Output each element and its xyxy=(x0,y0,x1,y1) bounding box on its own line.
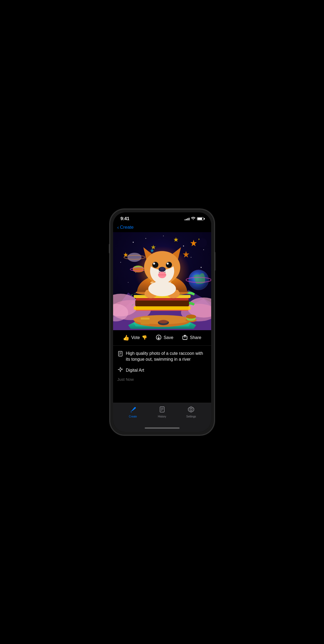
svg-point-73 xyxy=(159,320,168,323)
tab-settings[interactable]: Settings xyxy=(177,406,206,418)
home-indicator-bar xyxy=(145,427,180,429)
svg-point-8 xyxy=(163,235,164,236)
status-time: 9:41 xyxy=(121,216,129,221)
vote-label: Vote xyxy=(131,335,140,340)
wifi-icon xyxy=(191,217,195,221)
svg-point-11 xyxy=(120,262,121,263)
tab-bar: Create History xyxy=(113,403,211,423)
svg-point-52 xyxy=(166,262,172,268)
svg-point-15 xyxy=(191,257,191,258)
save-icon xyxy=(156,334,162,341)
status-icons xyxy=(185,217,204,221)
svg-point-9 xyxy=(183,245,184,246)
thumbs-up-icon: 👍 xyxy=(123,335,129,340)
share-button[interactable]: Share xyxy=(182,334,201,341)
svg-point-6 xyxy=(133,242,134,243)
svg-rect-82 xyxy=(131,412,132,412)
sparkle-icon xyxy=(117,367,123,374)
svg-point-56 xyxy=(160,267,164,270)
create-tab-icon xyxy=(129,406,137,414)
prompt-row: High quality photo of a cute raccoon wit… xyxy=(117,351,207,363)
svg-point-18 xyxy=(198,238,207,247)
history-tab-icon xyxy=(158,406,166,414)
svg-point-87 xyxy=(190,408,192,410)
history-tab-label: History xyxy=(158,415,166,418)
thumbs-down-icon: 👎 xyxy=(142,336,147,340)
svg-point-12 xyxy=(200,267,202,268)
svg-point-53 xyxy=(153,262,155,265)
home-indicator xyxy=(113,423,211,432)
action-bar: 👍 Vote 👎 Save xyxy=(113,330,211,346)
vote-button[interactable]: 👍 Vote 👎 xyxy=(123,335,147,340)
svg-point-17 xyxy=(128,282,128,283)
prompt-text: High quality photo of a cute raccoon wit… xyxy=(126,351,207,363)
phone-frame: 9:41 xyxy=(110,209,214,435)
style-text: Digital Art xyxy=(126,368,144,373)
svg-point-66 xyxy=(148,281,176,296)
ai-generated-image xyxy=(113,232,211,330)
signal-icon xyxy=(185,217,189,220)
create-tab-label: Create xyxy=(129,415,137,418)
svg-rect-38 xyxy=(135,300,189,306)
battery-icon xyxy=(197,217,204,220)
back-button[interactable]: ‹ Create xyxy=(117,225,207,230)
back-button-label: Create xyxy=(120,225,134,230)
settings-tab-icon xyxy=(187,406,195,414)
svg-rect-37 xyxy=(133,306,190,310)
tab-create[interactable]: Create xyxy=(118,406,148,418)
share-label: Share xyxy=(190,335,201,340)
save-label: Save xyxy=(163,335,173,340)
svg-point-10 xyxy=(203,249,204,250)
back-chevron-icon: ‹ xyxy=(117,225,119,230)
svg-rect-68 xyxy=(141,318,150,320)
document-icon xyxy=(117,351,123,358)
svg-point-71 xyxy=(186,314,196,318)
share-icon xyxy=(182,334,188,341)
svg-point-51 xyxy=(152,262,158,268)
save-button[interactable]: Save xyxy=(156,334,173,341)
timestamp: Just Now xyxy=(117,377,207,382)
screen-content: ‹ Create xyxy=(113,223,211,403)
main-image-container xyxy=(113,232,211,330)
svg-rect-67 xyxy=(141,319,150,324)
svg-point-7 xyxy=(145,238,146,239)
info-section: High quality photo of a cute raccoon wit… xyxy=(113,346,211,403)
style-row: Digital Art xyxy=(117,367,207,374)
dynamic-island xyxy=(146,216,178,225)
svg-rect-83 xyxy=(160,407,164,412)
settings-tab-label: Settings xyxy=(186,415,196,418)
phone-screen: 9:41 xyxy=(113,212,211,432)
svg-point-54 xyxy=(166,262,169,265)
tab-history[interactable]: History xyxy=(147,406,177,418)
